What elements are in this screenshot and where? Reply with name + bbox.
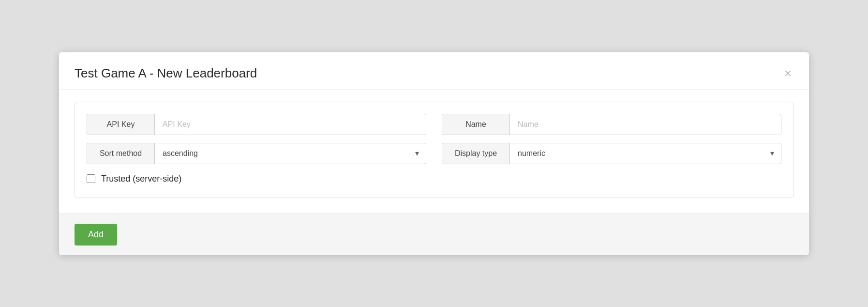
modal-title: Test Game A - New Leaderboard	[75, 66, 257, 81]
display-type-select-wrapper: numeric time currency	[510, 143, 781, 164]
form-row-1: API Key Name	[87, 114, 781, 135]
sort-method-field: Sort method ascending descending	[87, 143, 426, 164]
display-type-label: Display type	[442, 143, 510, 164]
display-type-field: Display type numeric time currency	[442, 143, 781, 164]
api-key-field: API Key	[87, 114, 426, 135]
modal-body: API Key Name Sort method ascending desce…	[59, 90, 809, 214]
sort-method-select-wrapper: ascending descending	[155, 143, 426, 164]
trusted-row: Trusted (server-side)	[87, 174, 781, 184]
modal: Test Game A - New Leaderboard × API Key …	[59, 52, 809, 255]
api-key-label: API Key	[87, 114, 155, 135]
modal-header: Test Game A - New Leaderboard ×	[59, 52, 809, 90]
form-row-2: Sort method ascending descending Display…	[87, 143, 781, 164]
sort-method-label: Sort method	[87, 143, 155, 164]
name-field: Name	[442, 114, 781, 135]
api-key-input[interactable]	[155, 114, 426, 135]
sort-method-select[interactable]: ascending descending	[155, 143, 426, 163]
display-type-select[interactable]: numeric time currency	[510, 143, 781, 163]
close-button[interactable]: ×	[782, 67, 793, 79]
name-label: Name	[442, 114, 510, 135]
form-section: API Key Name Sort method ascending desce…	[75, 102, 793, 198]
trusted-checkbox[interactable]	[87, 174, 95, 183]
name-input[interactable]	[510, 114, 781, 135]
modal-footer: Add	[59, 214, 809, 255]
add-button[interactable]: Add	[75, 224, 117, 246]
trusted-label: Trusted (server-side)	[101, 174, 181, 184]
